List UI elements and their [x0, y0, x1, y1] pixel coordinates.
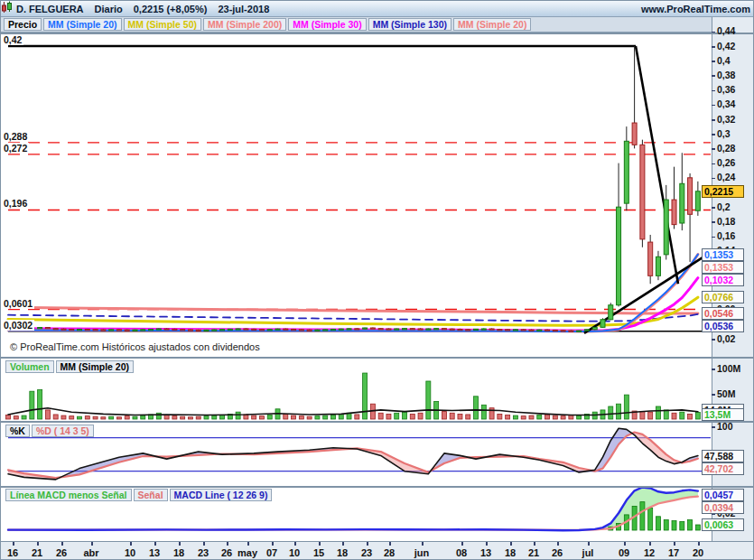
price-tick-label-tick — [712, 237, 715, 238]
price-tick-label-tick — [712, 75, 715, 77]
price-tick-label: 0,16 — [717, 230, 735, 241]
date-tick-mark — [389, 542, 391, 546]
date-tick-label-0: 16 — [7, 547, 18, 558]
date-tick-mark — [486, 542, 488, 546]
separator-price-volume — [1, 357, 754, 359]
date-tick-mark — [510, 542, 512, 546]
copyright-note: © ProRealTime.com Históricos ajustados c… — [8, 341, 262, 352]
date-tick-label-12: 15 — [313, 547, 324, 558]
price-tick-label: 0,4 — [717, 55, 731, 66]
date-tick-mark — [91, 542, 93, 546]
price-tick-label: 0,34 — [717, 98, 735, 109]
date-tick-mark — [342, 542, 344, 546]
date-tick-mark — [37, 542, 39, 546]
legend-chip-stoch-0[interactable]: %K — [5, 425, 30, 437]
price-tick-label-tick — [712, 32, 715, 33]
volume-tick-label: 100M — [717, 363, 740, 374]
date-tick-mark — [203, 542, 205, 546]
date-tick-label-8: 26 — [221, 547, 232, 558]
level-label-0,288: 0,288 — [2, 131, 29, 142]
date-tick-label-9: may — [237, 547, 257, 558]
level-label-0,0302: 0,0302 — [2, 320, 34, 331]
chart-canvas[interactable] — [1, 1, 754, 560]
price-tick-label-tick — [712, 61, 715, 62]
date-tick-mark — [674, 542, 675, 546]
date-tick-label-26: 20 — [693, 547, 703, 558]
date-tick-label-15: 28 — [384, 547, 395, 558]
price-tick-label: 0,42 — [717, 41, 735, 51]
date-tick-label-22: jul — [582, 547, 594, 558]
legend-chip-macd-2[interactable]: MACD Line ( 12 26 9) — [170, 489, 273, 501]
date-tick-mark — [227, 542, 228, 546]
price-tick-label-tick — [712, 207, 715, 209]
last-price-box: 0,2215 — [702, 185, 744, 198]
macd-value-box-2: 0,0063 — [702, 518, 744, 531]
date-tick-label-3: abr — [83, 547, 98, 558]
price-pane — [6, 46, 712, 333]
legend-chip-macd-0[interactable]: Línea MACD menos Señal — [5, 489, 132, 501]
date-tick-mark — [698, 542, 700, 546]
volume-pane — [6, 373, 701, 419]
date-tick-label-14: 23 — [361, 547, 372, 558]
date-tick-mark — [61, 542, 63, 546]
ma-value-box-2: 0,1032 — [702, 274, 744, 286]
price-tick-label-tick — [712, 163, 715, 165]
date-tick-label-20: 21 — [528, 547, 539, 558]
separator-stoch-macd — [1, 486, 754, 488]
legend-chip-stoch-1[interactable]: %D ( 14 3 5) — [32, 425, 94, 437]
date-tick-label-24: 12 — [644, 547, 655, 558]
date-tick-mark — [588, 542, 590, 546]
legend-chip-macd-1[interactable]: Señal — [134, 489, 168, 501]
date-tick-label-6: 18 — [173, 547, 184, 558]
date-tick-mark — [367, 542, 368, 546]
date-tick-mark — [624, 542, 626, 546]
date-tick-mark — [294, 542, 296, 546]
ma-value-box-1: 0,1353 — [702, 261, 744, 274]
legend-chip-volume-0[interactable]: Volumen — [5, 360, 54, 373]
stoch-value-box-1: 42,702 — [702, 462, 744, 475]
price-tick-label-tick — [712, 46, 715, 48]
date-tick-label-16: jun — [414, 547, 430, 558]
price-tick-label: 0,2 — [717, 201, 731, 212]
date-tick-label-25: 17 — [668, 547, 679, 558]
level-label-0,272: 0,272 — [2, 143, 29, 154]
stoch-value-box-0: 47,588 — [702, 450, 744, 462]
date-tick-mark — [154, 542, 156, 546]
date-axis[interactable]: 162126abr1013182326may071015182328jun081… — [1, 541, 754, 560]
date-tick-label-21: 26 — [552, 547, 563, 558]
date-tick-label-18: 13 — [480, 547, 491, 558]
price-tick-label-tick — [712, 178, 715, 180]
price-tick-label-tick — [712, 339, 715, 341]
date-tick-mark — [649, 542, 651, 546]
date-tick-label-23: 09 — [619, 547, 629, 558]
stoch-tick-label-tick — [712, 426, 715, 428]
date-tick-mark — [461, 542, 463, 546]
volume-value-box: 13,5M — [702, 408, 744, 421]
legend-chip-volume-1[interactable]: MM (Simple 20) — [56, 360, 134, 373]
date-tick-mark — [319, 542, 321, 546]
volume-tick-label-tick — [712, 394, 715, 396]
level-label-0,196: 0,196 — [2, 198, 29, 209]
price-tick-label: 0,28 — [717, 143, 735, 154]
price-tick-label: 0,44 — [717, 25, 735, 36]
price-tick-label: 0,3 — [717, 128, 731, 139]
price-tick-label-tick — [712, 119, 715, 121]
date-tick-label-1: 21 — [32, 547, 42, 558]
price-tick-label-tick — [712, 134, 715, 135]
date-tick-label-11: 10 — [289, 547, 300, 558]
ma-value-box-3: 0,0766 — [702, 291, 744, 303]
date-tick-label-2: 26 — [56, 547, 67, 558]
price-tick-label: 0,02 — [717, 333, 735, 344]
date-tick-label-10: 07 — [266, 547, 277, 558]
price-tick-label: 0,38 — [717, 70, 735, 80]
stochastic-legend-row: %K%D ( 14 3 5) — [5, 424, 95, 440]
date-tick-mark — [179, 542, 181, 546]
ma-value-box-4: 0,0546 — [702, 307, 744, 320]
stochastic-pane — [8, 428, 711, 480]
macd-value-box-0: 0,0457 — [702, 489, 744, 501]
separator-legend — [1, 33, 754, 34]
stoch-tick-label: 100 — [717, 421, 733, 432]
price-tick-label-tick — [712, 105, 715, 107]
price-tick-label: 0,32 — [717, 114, 735, 125]
prorealtime-chart-window: D. FELGUERA Diario 0,2215 (+8,05%) 23-ju… — [0, 0, 754, 560]
